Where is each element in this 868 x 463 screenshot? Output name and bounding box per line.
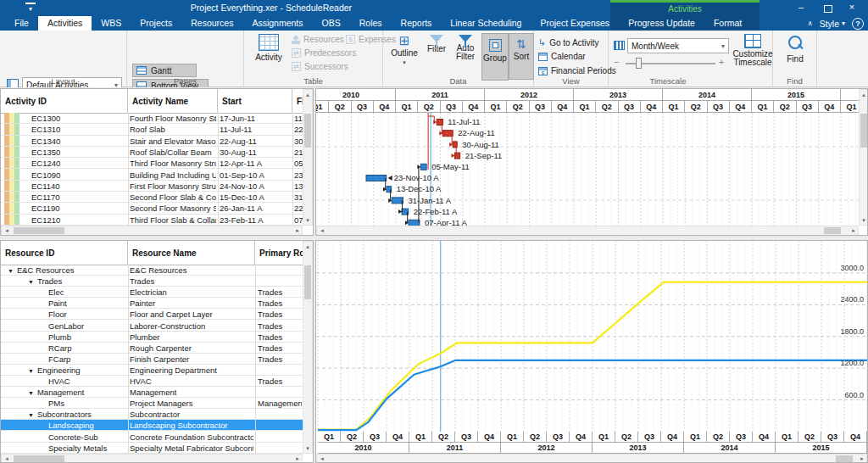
- column-header-activity-id[interactable]: Activity ID: [1, 89, 128, 113]
- scroll-left-icon[interactable]: ◂: [3, 455, 11, 463]
- table-row[interactable]: EC1210Third Floor Slab & Collar Be23-Feb…: [1, 215, 303, 226]
- table-row[interactable]: GenLaborLaborer-ConstructionTrades: [1, 321, 303, 332]
- menu-tab-reports[interactable]: Reports: [392, 16, 442, 31]
- table-row[interactable]: EC1140First Floor Masonry Structu24-Nov-…: [1, 181, 303, 192]
- table-row[interactable]: EC1310Roof Slab11-Jul-1122-Aug-11: [1, 124, 303, 135]
- collapse-chevron-icon[interactable]: ▼: [8, 268, 14, 274]
- calendar-button[interactable]: Calendar: [538, 52, 586, 61]
- menu-tab-resources[interactable]: Resources: [181, 16, 242, 31]
- predecessors-table-button[interactable]: ⇄Predecessors: [292, 48, 356, 58]
- column-header-resource-id[interactable]: Resource ID: [1, 241, 128, 265]
- activity-horizontal-scrollbar[interactable]: ◂▸: [1, 226, 303, 236]
- table-row[interactable]: RCarpRough CarpenterTrades: [1, 343, 303, 354]
- table-row[interactable]: EC1240Third Floor Masonry Structu12-Apr-…: [1, 158, 303, 169]
- table-row[interactable]: PMsProject ManagersManagement: [1, 398, 303, 409]
- table-row[interactable]: ▼ManagementManagement: [1, 387, 303, 398]
- gantt-bar-EC1310[interactable]: [442, 131, 453, 137]
- activity-vertical-scrollbar[interactable]: ▴▾: [303, 89, 313, 226]
- scroll-down-icon[interactable]: ▾: [860, 216, 868, 225]
- help-icon[interactable]: ?: [852, 18, 864, 30]
- menu-tab-project-expenses[interactable]: Project Expenses: [531, 16, 619, 31]
- profile-timescale-axis[interactable]: Q1Q2Q3Q42010Q1Q2Q3Q42011Q1Q2Q3Q42012Q1Q2…: [316, 432, 868, 454]
- collapse-ribbon-icon[interactable]: ∧: [808, 20, 813, 27]
- table-row[interactable]: ▼TradesTrades: [1, 276, 303, 287]
- menu-tab-file[interactable]: File: [5, 16, 38, 31]
- menu-tab-assignments[interactable]: Assignments: [242, 16, 312, 31]
- customize-timescale-button[interactable]: Customize Timescale: [732, 34, 773, 67]
- table-row[interactable]: FCarpFinish CarpenterTrades: [1, 354, 303, 365]
- scroll-left-icon[interactable]: ◂: [318, 226, 326, 235]
- table-row-selected[interactable]: LandscapingLandscaping Subcontractor: [1, 420, 303, 431]
- table-row[interactable]: Specialty MetalsSpecialty Metal Fabricat…: [1, 443, 303, 454]
- column-header-resource-name[interactable]: Resource Name: [128, 241, 255, 265]
- resource-horizontal-scrollbar[interactable]: ◂▸: [1, 454, 303, 463]
- zoom-out-icon[interactable]: −: [614, 57, 619, 67]
- scroll-right-icon[interactable]: ▸: [858, 455, 866, 463]
- scroll-up-icon[interactable]: ▴: [860, 91, 868, 99]
- table-row[interactable]: ▼SubcontractorsSubcontractor: [1, 409, 303, 420]
- timescale-slider-thumb[interactable]: [636, 58, 642, 69]
- collapse-chevron-icon[interactable]: ▼: [28, 279, 34, 285]
- scrollbar-thumb[interactable]: [824, 227, 841, 234]
- table-row[interactable]: ▼EngineeringEngineering Department: [1, 365, 303, 376]
- gantt-bar-EC1240[interactable]: [420, 164, 426, 170]
- scroll-up-icon[interactable]: ▴: [303, 243, 312, 251]
- collapse-chevron-icon[interactable]: ▼: [28, 368, 34, 374]
- gantt-toggle[interactable]: Gantt: [132, 64, 197, 77]
- menu-tab-obs[interactable]: OBS: [313, 16, 350, 31]
- menu-tab-linear-scheduling[interactable]: Linear Scheduling: [441, 16, 531, 31]
- scroll-right-icon[interactable]: ▸: [849, 226, 858, 235]
- maximize-button[interactable]: [824, 5, 832, 13]
- sort-button[interactable]: ⇅ Sort: [509, 33, 534, 80]
- gantt-timescale-header[interactable]: 2010Q1Q2Q3Q42011Q1Q2Q3Q42012Q1Q2Q3Q42013…: [316, 89, 859, 113]
- close-button[interactable]: ×: [843, 2, 861, 12]
- table-row[interactable]: ElecElectricianTrades: [1, 287, 303, 298]
- table-row[interactable]: Concrete-SubConcrete Foundation Subcontr…: [1, 432, 303, 443]
- scroll-left-icon[interactable]: ◂: [318, 455, 326, 463]
- gantt-bar-EC1090[interactable]: [366, 176, 387, 181]
- successors-table-button[interactable]: ⇄Successors: [292, 62, 348, 71]
- table-row[interactable]: FloorFloor and Carpet LayerTrades: [1, 309, 303, 320]
- scroll-up-icon[interactable]: ▴: [303, 91, 312, 99]
- collapse-chevron-icon[interactable]: ▼: [28, 390, 34, 396]
- activity-table-button[interactable]: Activity: [249, 34, 288, 62]
- gantt-vertical-scrollbar[interactable]: ▴▾: [859, 89, 868, 226]
- scrollbar-thumb[interactable]: [860, 114, 867, 148]
- table-row[interactable]: HVACHVACTrades: [1, 376, 303, 387]
- menu-tab-progress-update[interactable]: Progress Update: [619, 16, 704, 31]
- scrollbar-thumb[interactable]: [304, 114, 311, 148]
- style-button[interactable]: Style ▾: [820, 19, 845, 29]
- timescale-select[interactable]: Month/Week▾: [627, 38, 729, 53]
- table-row[interactable]: EC1340Stair and Elevator Masonry22-Aug-1…: [1, 136, 303, 147]
- gantt-horizontal-scrollbar[interactable]: ◂▸: [316, 226, 859, 236]
- filter-button[interactable]: Filter: [424, 35, 449, 53]
- financial-periods-button[interactable]: $Financial Periods: [538, 66, 616, 75]
- scrollbar-thumb[interactable]: [304, 265, 311, 299]
- table-row[interactable]: EC1170Second Floor Slab & Collar15-Dec-1…: [1, 192, 303, 203]
- resources-table-button[interactable]: Resources: [292, 35, 344, 44]
- quick-access-toolbar-icon[interactable]: ▾: [25, 3, 36, 14]
- menu-tab-format[interactable]: Format: [704, 16, 751, 31]
- scroll-down-icon[interactable]: ▾: [303, 444, 312, 453]
- find-button[interactable]: Find: [780, 36, 810, 64]
- resource-vertical-scrollbar[interactable]: ▴▾: [303, 241, 313, 454]
- table-row[interactable]: ▼E&C ResourcesE&C Resources: [1, 265, 303, 276]
- column-header-start[interactable]: Start: [218, 89, 292, 113]
- gantt-bar-EC1170[interactable]: [392, 198, 403, 204]
- scrollbar-thumb[interactable]: [14, 227, 64, 234]
- table-row[interactable]: EC1350Roof Slab/Collar Beam30-Aug-1121-S…: [1, 147, 303, 158]
- outline-button[interactable]: ⊞ Outline ▾: [388, 34, 420, 66]
- table-row[interactable]: EC1090Building Pad Including UG U01-Sep-…: [1, 170, 303, 181]
- profile-horizontal-scrollbar[interactable]: ◂▸: [316, 454, 867, 463]
- auto-filter-button[interactable]: Auto Filter: [451, 35, 480, 61]
- table-row[interactable]: PaintPainterTrades: [1, 298, 303, 309]
- table-row[interactable]: EC1190Second Floor Masonry Stru26-Jan-11…: [1, 203, 303, 214]
- scrollbar-thumb[interactable]: [836, 455, 853, 462]
- menu-tab-wbs[interactable]: WBS: [92, 16, 131, 31]
- go-to-activity-button[interactable]: ↳Go to Activity: [538, 37, 599, 48]
- minimize-button[interactable]: –: [792, 2, 810, 12]
- table-row[interactable]: EC1300Fourth Floor Masonry Struc17-Jun-1…: [1, 113, 303, 124]
- scroll-right-icon[interactable]: ▸: [293, 455, 302, 463]
- column-header-activity-name[interactable]: Activity Name: [128, 89, 218, 113]
- menu-tab-projects[interactable]: Projects: [131, 16, 181, 31]
